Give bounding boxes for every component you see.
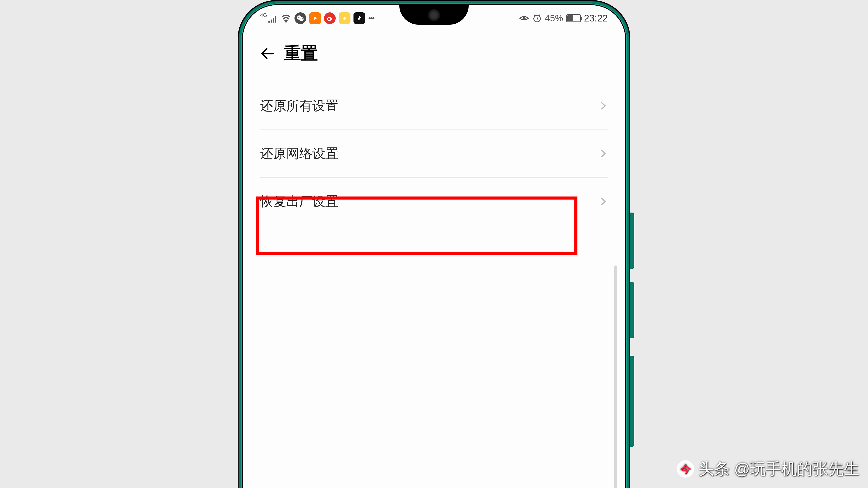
menu-label: 还原网络设置 xyxy=(260,145,338,162)
svg-point-6 xyxy=(302,18,303,19)
more-icon: ••• xyxy=(368,14,374,23)
eye-comfort-icon xyxy=(519,14,529,22)
tiktok-icon xyxy=(353,12,365,24)
status-left: 4G ✦ ••• xyxy=(260,12,374,24)
menu-item-factory-reset[interactable]: 恢复出厂设置 xyxy=(260,177,608,225)
watermark-brand: 头条 xyxy=(699,458,730,479)
chevron-right-icon xyxy=(599,149,608,158)
status-right: 45% 23:22 xyxy=(519,13,608,24)
menu-list: 还原所有设置 还原网络设置 恢复出厂设置 xyxy=(243,82,625,225)
network-type-label: 4G xyxy=(260,12,267,18)
svg-point-4 xyxy=(300,17,300,18)
menu-item-reset-all[interactable]: 还原所有设置 xyxy=(260,82,608,130)
notch xyxy=(399,5,469,25)
app-icon: ✦ xyxy=(339,12,350,24)
weibo-icon xyxy=(324,12,336,24)
chevron-right-icon xyxy=(599,101,608,110)
alarm-icon xyxy=(532,13,542,23)
watermark-logo-icon: 今 xyxy=(677,460,694,478)
side-button-volume-up[interactable] xyxy=(630,213,634,269)
menu-item-reset-network[interactable]: 还原网络设置 xyxy=(260,130,608,177)
battery-percent: 45% xyxy=(545,13,563,24)
battery-icon xyxy=(566,14,581,22)
svg-point-9 xyxy=(329,19,329,19)
scrollbar[interactable] xyxy=(614,265,617,488)
header: 重置 xyxy=(243,29,625,82)
svg-point-10 xyxy=(523,17,526,20)
svg-point-2 xyxy=(300,17,304,21)
clock-time: 23:22 xyxy=(584,13,608,24)
svg-point-5 xyxy=(301,18,302,19)
side-button-power[interactable] xyxy=(630,356,634,447)
back-button[interactable] xyxy=(260,46,275,61)
wifi-icon xyxy=(281,14,291,23)
chevron-right-icon xyxy=(599,197,608,206)
watermark: 今 头条 @玩手机的张先生 xyxy=(677,458,859,479)
page-title: 重置 xyxy=(284,42,318,65)
watermark-handle: @玩手机的张先生 xyxy=(734,458,859,479)
menu-label: 恢复出厂设置 xyxy=(260,193,338,210)
phone-frame: 4G ✦ ••• xyxy=(238,0,630,488)
svg-point-3 xyxy=(298,17,299,18)
signal-icon xyxy=(268,14,278,23)
screen: 4G ✦ ••• xyxy=(243,5,625,488)
svg-point-0 xyxy=(285,21,287,23)
side-button-volume-down[interactable] xyxy=(630,282,634,338)
wechat-icon xyxy=(294,12,306,24)
menu-label: 还原所有设置 xyxy=(260,97,338,115)
video-app-icon xyxy=(309,12,321,24)
